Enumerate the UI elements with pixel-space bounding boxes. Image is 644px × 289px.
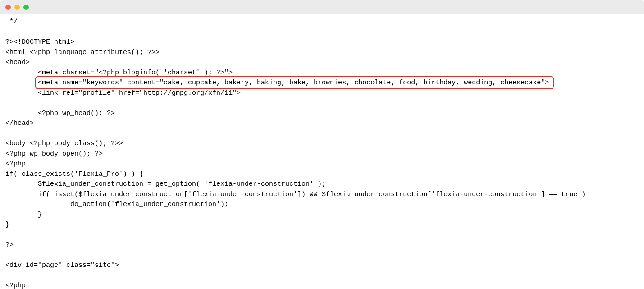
code-line: <?php wp_head(); ?>	[5, 109, 644, 119]
code-line	[5, 271, 644, 281]
code-line	[5, 129, 644, 139]
code-line: <div id="page" class="site">	[5, 261, 644, 271]
code-line	[5, 251, 644, 261]
code-line: <html <?php language_attributes(); ?>>	[5, 48, 644, 58]
code-editor[interactable]: */?><!DOCTYPE html><html <?php language_…	[0, 14, 644, 289]
window-titlebar	[0, 0, 644, 14]
code-line: <?php wp_body_open(); ?>	[5, 149, 644, 160]
code-line: do_action('flexia_under_construction');	[5, 200, 644, 210]
code-line	[5, 230, 644, 241]
code-line: <meta charset="<?php bloginfo( 'charset'…	[5, 68, 644, 78]
close-icon[interactable]	[5, 5, 11, 10]
code-line: <?php	[5, 159, 644, 170]
highlight-box	[35, 76, 554, 89]
maximize-icon[interactable]	[23, 5, 29, 10]
code-line: </head>	[5, 119, 644, 129]
code-line: if( class_exists('Flexia_Pro') ) {	[5, 170, 644, 180]
code-line: if( isset($flexia_under_construction['fl…	[5, 190, 644, 200]
code-line: <link rel="profile" href="http://gmpg.or…	[5, 88, 644, 99]
code-line: }	[5, 220, 644, 230]
code-line: <body <?php body_class(); ?>>	[5, 139, 644, 149]
code-line: }	[5, 210, 644, 220]
code-line: <meta name="keywords" content="cake, cup…	[5, 78, 644, 88]
code-line: <head>	[5, 58, 644, 68]
highlighted-line: <meta name="keywords" content="cake, cup…	[38, 78, 549, 88]
code-line	[5, 98, 644, 109]
code-line: */	[5, 17, 644, 28]
code-line: $flexia_under_construction = get_option(…	[5, 179, 644, 190]
minimize-icon[interactable]	[14, 5, 20, 10]
code-line: <?php	[5, 281, 644, 289]
code-line: ?><!DOCTYPE html>	[5, 37, 644, 48]
code-line	[5, 28, 644, 38]
code-line: ?>	[5, 240, 644, 251]
